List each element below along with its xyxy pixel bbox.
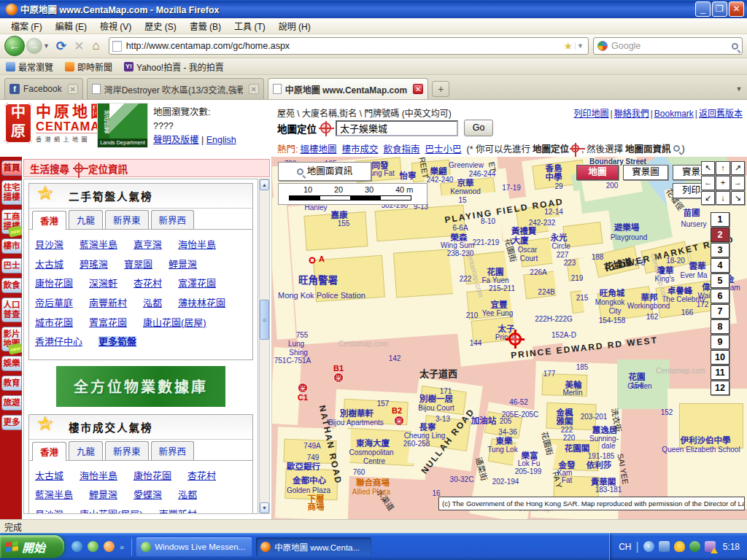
hot-listings-link-18[interactable]: 康山花園(居屋): [143, 317, 206, 328]
menu-item-4[interactable]: 書籤 (B): [183, 18, 228, 34]
zoom-level-1[interactable]: 1: [711, 212, 729, 227]
centamap-logo[interactable]: 中原 中原地圖 CENTAMAP 香港網上地圖: [4, 103, 109, 144]
hot-listings-link-7[interactable]: 鯉景灣: [169, 259, 197, 270]
hot-transactions-tab-3[interactable]: 新界西: [151, 441, 195, 460]
english-link[interactable]: English: [206, 135, 236, 145]
map-mode-button[interactable]: 地圖: [576, 165, 619, 180]
tab-2[interactable]: 中原地圖 www.CentaMap.com✕: [268, 78, 429, 99]
hot-listings-link-17[interactable]: 置富花園: [89, 317, 127, 328]
security-shield-icon[interactable]: [674, 541, 685, 552]
hot-listings-link-19[interactable]: 香港仔中心: [35, 336, 82, 347]
hot-transactions-tab-1[interactable]: 九龍: [69, 441, 103, 460]
forward-button[interactable]: →: [26, 38, 42, 54]
menu-item-6[interactable]: 說明 (H): [272, 18, 317, 34]
ie-icon[interactable]: [71, 541, 82, 552]
pan-arrow-7[interactable]: ↓: [716, 191, 729, 205]
zoom-level-4[interactable]: 4: [711, 258, 729, 273]
pan-arrow-8[interactable]: ↘: [731, 191, 745, 205]
sidebar-item-6[interactable]: 人口普查: [1, 298, 22, 322]
hot-link-1[interactable]: 樓市成交: [342, 141, 379, 155]
hot-listings-tab-0[interactable]: 香港: [32, 211, 66, 230]
hot-listings-link-5[interactable]: 碧瑤灣: [80, 259, 108, 270]
messenger-tray-icon[interactable]: [689, 541, 700, 552]
zoom-level-6[interactable]: 6: [711, 289, 729, 303]
zoom-level-9[interactable]: 9: [711, 335, 729, 349]
task-button-1[interactable]: 中原地圖 www.Centa...: [256, 537, 371, 556]
hot-transactions-link-2[interactable]: 康怡花園: [133, 470, 171, 481]
header-link-3[interactable]: 返回舊版本: [699, 109, 743, 119]
hot-listings-link-3[interactable]: 海怡半島: [178, 239, 216, 250]
menu-item-2[interactable]: 檢視 (V): [93, 18, 138, 34]
sidebar-item-1[interactable]: 住宅搵樓: [1, 180, 22, 205]
header-link-1[interactable]: 聯絡我們: [614, 109, 649, 119]
pan-arrow-5[interactable]: →: [731, 176, 745, 190]
url-text[interactable]: http://www.centamap.com/gc/home.aspx: [126, 41, 562, 51]
hot-listings-link-11[interactable]: 富澤花園: [178, 278, 216, 289]
hot-listings-link-14[interactable]: 泓都: [143, 298, 162, 308]
hot-listings-link-16[interactable]: 城市花園: [35, 317, 73, 328]
hot-listings-tab-2[interactable]: 新界東: [105, 210, 149, 229]
panel-scrollbar[interactable]: ▲ ▼: [259, 179, 270, 514]
messenger-icon[interactable]: [88, 541, 98, 552]
stop-button[interactable]: ✕: [74, 39, 84, 54]
url-dropdown-icon[interactable]: ▼: [575, 42, 585, 50]
firefox-quick-icon[interactable]: [104, 541, 115, 552]
hot-transactions-link-3[interactable]: 杏花村: [187, 470, 216, 481]
location-search-input[interactable]: [336, 120, 458, 136]
zoom-level-10[interactable]: 10: [711, 350, 729, 365]
menu-item-1[interactable]: 編輯 (E): [49, 18, 93, 34]
lands-department-logo[interactable]: 地政總署 Lands Department: [97, 103, 148, 148]
bookmark-item-0[interactable]: 最常瀏覽: [6, 61, 53, 73]
hot-transactions-link-7[interactable]: 泓都: [178, 489, 197, 500]
google-engine-icon[interactable]: [597, 41, 608, 51]
scroll-up-icon[interactable]: ▲: [260, 179, 269, 190]
hot-transactions-link-1[interactable]: 海怡半島: [80, 470, 117, 481]
reload-button[interactable]: ⟳: [56, 39, 66, 54]
photo-mode-button[interactable]: 實景圖: [623, 165, 668, 180]
pan-arrow-1[interactable]: ↑: [716, 161, 729, 175]
pan-arrow-0[interactable]: ↖: [701, 161, 715, 175]
hot-listings-tab-3[interactable]: 新界西: [151, 210, 195, 229]
tray-collapse-icon[interactable]: ‹: [643, 541, 654, 552]
quick-launch-overflow-icon[interactable]: »: [120, 542, 124, 551]
header-link-0[interactable]: 列印地圖: [574, 109, 609, 119]
close-button[interactable]: ✕: [729, 1, 744, 17]
network-icon[interactable]: [659, 541, 670, 552]
hot-transactions-link-9[interactable]: 康山花園(居屋): [80, 509, 143, 514]
tab-1[interactable]: 灣岸Destroyer 吹水區(13/3交流,強戰…✕: [87, 78, 264, 99]
pan-arrow-4[interactable]: +: [716, 176, 729, 190]
back-button[interactable]: ←: [4, 36, 25, 56]
hot-transactions-link-6[interactable]: 愛蝶灣: [133, 489, 162, 500]
hot-transactions-tab-2[interactable]: 新界東: [105, 441, 149, 460]
sidebar-item-11[interactable]: 更多: [1, 415, 22, 430]
menu-item-5[interactable]: 工具 (T): [228, 18, 272, 34]
list-all-tabs-icon[interactable]: ▼: [732, 81, 746, 97]
hot-listings-link-1[interactable]: 藍灣半島: [80, 239, 117, 250]
sidebar-item-9[interactable]: 教育: [1, 376, 22, 391]
sidebar-item-8[interactable]: 娛樂: [1, 356, 22, 371]
scroll-down-icon[interactable]: ▼: [260, 502, 269, 513]
zoom-level-5[interactable]: 5: [711, 273, 729, 288]
language-indicator[interactable]: CH: [619, 542, 631, 552]
hot-listings-link-0[interactable]: 貝沙灣: [35, 239, 63, 250]
zoom-level-7[interactable]: 7: [711, 304, 729, 319]
pan-arrow-2[interactable]: ↗: [731, 161, 745, 175]
scrollbar-thumb[interactable]: [260, 300, 269, 340]
minimize-button[interactable]: _: [695, 1, 711, 17]
tab-close-icon[interactable]: ✕: [413, 84, 423, 94]
hot-transactions-link-4[interactable]: 藍灣半島: [35, 489, 73, 500]
home-button[interactable]: ⌂: [92, 39, 99, 53]
hot-listings-link-4[interactable]: 太古城: [35, 259, 63, 270]
sidebar-item-0[interactable]: 首頁: [1, 160, 22, 176]
bookmark-star-icon[interactable]: ★: [564, 40, 573, 52]
hot-listings-more-link[interactable]: 更多筍盤: [98, 336, 136, 347]
sidebar-item-4[interactable]: 巴士: [1, 258, 22, 273]
sidebar-item-5[interactable]: 飲食: [1, 278, 22, 293]
tab-close-icon[interactable]: ✕: [249, 84, 259, 94]
bookmark-item-2[interactable]: Y!Yahoo!拍賣 - 我的拍賣: [124, 61, 224, 73]
hot-transactions-tab-0[interactable]: 香港: [32, 442, 66, 461]
zoom-level-2[interactable]: 2: [711, 228, 729, 242]
hot-transactions-link-0[interactable]: 太古城: [35, 470, 63, 481]
hot-link-3[interactable]: 巴士小巴: [425, 141, 462, 155]
search-icon[interactable]: [732, 43, 738, 50]
